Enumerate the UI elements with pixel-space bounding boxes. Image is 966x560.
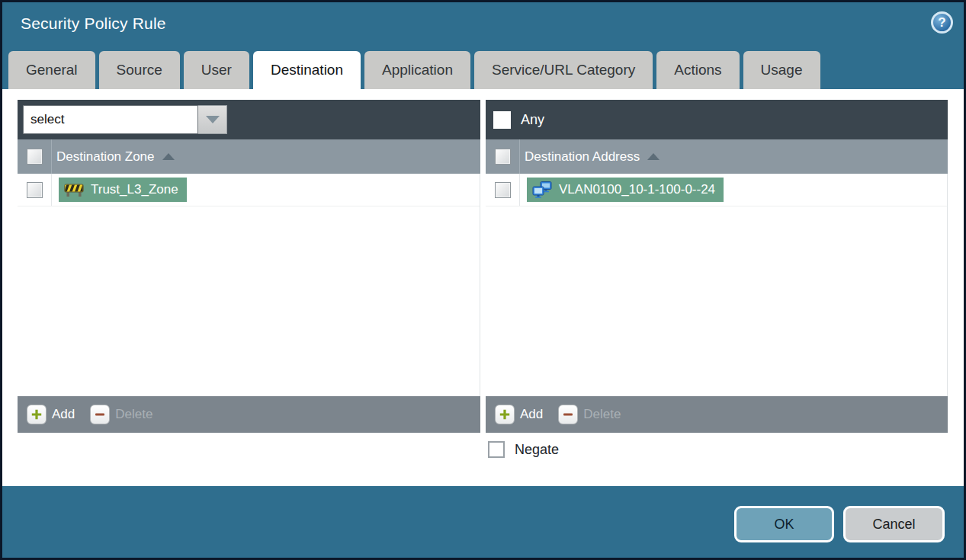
zone-select-combo: [23, 105, 227, 134]
destination-zone-panel: Destination Zone: [18, 100, 480, 433]
negate-checkbox[interactable]: [488, 441, 505, 458]
minus-icon: [558, 405, 578, 424]
address-add-label: Add: [520, 407, 543, 422]
tab-destination[interactable]: Destination: [253, 51, 361, 89]
tab-usage[interactable]: Usage: [743, 51, 820, 89]
zone-row-checkbox[interactable]: [27, 182, 43, 198]
dialog-title: Security Policy Rule: [21, 14, 166, 33]
zone-column-sort[interactable]: Destination Zone: [56, 149, 175, 165]
zone-column-header: Destination Zone: [18, 139, 480, 174]
table-row: Trust_L3_Zone: [18, 174, 480, 206]
tab-general[interactable]: General: [8, 51, 95, 89]
dialog-footer: OK Cancel: [2, 486, 964, 558]
tab-bar: General Source User Destination Applicat…: [8, 51, 958, 89]
network-address-icon: [532, 181, 552, 198]
zone-rows: Trust_L3_Zone: [18, 174, 480, 396]
negate-row: Negate: [488, 441, 559, 458]
address-column-header: Destination Address: [486, 139, 948, 174]
sort-asc-icon: [162, 153, 175, 160]
tab-actions[interactable]: Actions: [656, 51, 739, 89]
zone-select-all-checkbox[interactable]: [27, 149, 43, 165]
plus-icon: [495, 405, 515, 424]
zone-delete-button[interactable]: Delete: [90, 405, 152, 424]
zone-add-label: Add: [52, 407, 75, 422]
address-column-sort[interactable]: Destination Address: [525, 149, 660, 165]
tab-application[interactable]: Application: [364, 51, 470, 89]
zone-select-input[interactable]: [23, 105, 198, 134]
address-rows: VLAN0100_10-1-100-0--24: [486, 174, 948, 396]
address-select-all-checkbox[interactable]: [495, 149, 511, 165]
table-row: VLAN0100_10-1-100-0--24: [486, 174, 947, 206]
negate-label: Negate: [515, 442, 559, 458]
ok-button[interactable]: OK: [734, 506, 834, 542]
zone-column-label: Destination Zone: [56, 149, 155, 165]
any-label: Any: [521, 112, 544, 128]
tab-user[interactable]: User: [184, 51, 249, 89]
help-icon[interactable]: ?: [931, 11, 953, 34]
minus-icon: [90, 405, 110, 424]
tab-source[interactable]: Source: [99, 51, 180, 89]
address-column-label: Destination Address: [525, 149, 640, 165]
zone-add-button[interactable]: Add: [27, 405, 75, 424]
address-panel-toolbar: Add Delete: [486, 396, 948, 433]
address-add-button[interactable]: Add: [495, 405, 543, 424]
address-delete-label: Delete: [583, 407, 621, 422]
address-row-checkbox[interactable]: [495, 182, 511, 198]
destination-address-panel: Any Destination Address: [486, 100, 948, 433]
zone-row-item[interactable]: Trust_L3_Zone: [59, 178, 187, 202]
cancel-button[interactable]: Cancel: [843, 506, 945, 542]
address-panel-topbar: Any: [486, 100, 948, 139]
sort-asc-icon: [647, 153, 660, 160]
chevron-down-icon: [206, 116, 220, 123]
zone-icon: [64, 182, 84, 197]
any-checkbox[interactable]: [493, 111, 511, 129]
zone-select-dropdown-button[interactable]: [198, 105, 227, 134]
destination-tab-content: Destination Zone: [2, 89, 964, 486]
plus-icon: [27, 405, 47, 424]
address-row-item[interactable]: VLAN0100_10-1-100-0--24: [527, 178, 724, 202]
zone-delete-label: Delete: [115, 407, 152, 422]
address-delete-button[interactable]: Delete: [558, 405, 621, 424]
security-policy-rule-dialog: Security Policy Rule ? General Source Us…: [2, 2, 964, 558]
tab-service-url-category[interactable]: Service/URL Category: [474, 51, 653, 89]
address-row-label: VLAN0100_10-1-100-0--24: [559, 182, 715, 197]
zone-panel-topbar: [18, 100, 480, 139]
zone-row-label: Trust_L3_Zone: [91, 182, 178, 197]
zone-panel-toolbar: Add Delete: [18, 396, 480, 433]
